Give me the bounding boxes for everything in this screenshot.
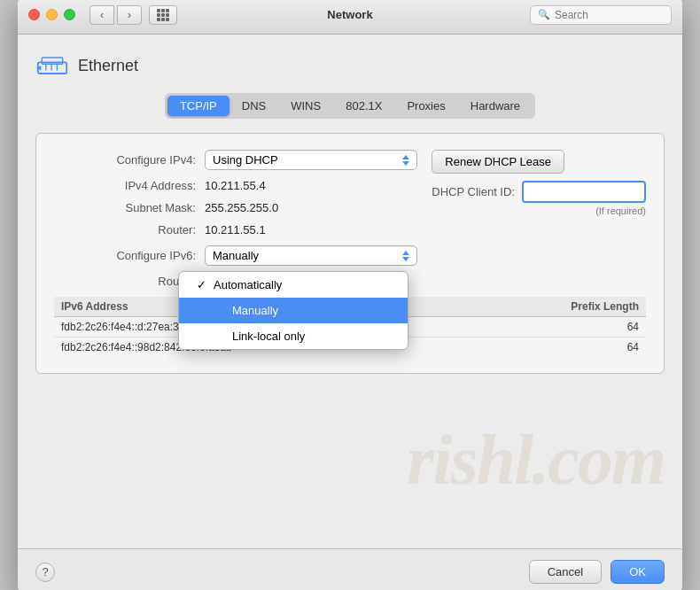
tab-proxies[interactable]: Proxies	[394, 96, 457, 116]
tabs: TCP/IP DNS WINS 802.1X Proxies Hardware	[165, 93, 535, 119]
prefix-length-header: Prefix Length	[464, 297, 646, 317]
titlebar: ‹ › Network 🔍	[18, 0, 682, 35]
dhcp-client-row: DHCP Client ID:	[432, 181, 646, 203]
forward-button[interactable]: ›	[117, 5, 142, 25]
ipv4-address-value: 10.211.55.4	[205, 179, 266, 192]
configure-ipv4-label: Configure IPv4:	[54, 153, 196, 167]
tab-tcpip[interactable]: TCP/IP	[167, 96, 229, 116]
close-button[interactable]	[28, 9, 40, 20]
menu-item-automatically[interactable]: Automatically	[179, 272, 408, 298]
grid-view-button[interactable]	[149, 5, 177, 25]
menu-item-linklocal[interactable]: Link-local only	[179, 323, 408, 349]
minimize-button[interactable]	[46, 9, 58, 20]
grid-icon	[157, 9, 169, 21]
tab-dns[interactable]: DNS	[229, 96, 278, 116]
settings-panel: Renew DHCP Lease DHCP Client ID: (If req…	[35, 133, 665, 374]
subnet-mask-label: Subnet Mask:	[54, 201, 196, 214]
ethernet-icon	[35, 49, 69, 82]
router-value: 10.211.55.1	[205, 223, 266, 237]
dhcp-client-input[interactable]	[522, 181, 646, 203]
svg-marker-5	[36, 66, 41, 70]
router-label: Router:	[54, 223, 196, 237]
dropdown-arrows-ipv6-icon	[402, 251, 409, 261]
pane-title: Ethernet	[78, 57, 138, 75]
bottom-bar: ? Cancel OK	[18, 548, 682, 590]
configure-ipv4-dropdown[interactable]: Using DHCP	[205, 150, 417, 170]
content-area: rishl.com Ethernet TCP/IP DNS WINS	[18, 35, 682, 548]
dropdown-arrows-icon	[402, 155, 409, 166]
configure-ipv6-dropdown[interactable]: Manually	[205, 245, 417, 266]
window-title: Network	[327, 8, 372, 21]
prefix-length-cell-1: 64	[464, 317, 646, 338]
back-button[interactable]: ‹	[89, 5, 114, 25]
maximize-button[interactable]	[64, 9, 75, 20]
router-ipv6-label: Router:	[54, 275, 196, 288]
nav-buttons: ‹ ›	[89, 5, 142, 25]
dhcp-client-label: DHCP Client ID:	[432, 185, 515, 198]
traffic-lights	[28, 9, 75, 20]
ethernet-svg	[36, 53, 68, 78]
prefix-length-cell-2: 64	[464, 338, 646, 358]
help-button[interactable]: ?	[35, 563, 55, 582]
search-input[interactable]	[555, 9, 664, 21]
search-icon: 🔍	[538, 9, 550, 20]
router-row: Router: 10.211.55.1	[54, 223, 646, 237]
configure-ipv6-value: Manually	[213, 249, 259, 262]
ok-button[interactable]: OK	[611, 560, 665, 584]
subnet-mask-value: 255.255.255.0	[205, 201, 278, 214]
tab-8021x[interactable]: 802.1X	[333, 96, 394, 116]
watermark: rishl.com	[407, 424, 665, 495]
renew-dhcp-button[interactable]: Renew DHCP Lease	[432, 150, 564, 174]
tab-hardware[interactable]: Hardware	[458, 96, 533, 116]
configure-ipv6-label: Configure IPv6:	[54, 249, 196, 262]
tab-wins[interactable]: WINS	[278, 96, 333, 116]
ipv4-address-label: IPv4 Address:	[54, 179, 196, 192]
menu-item-manually[interactable]: Manually	[179, 298, 408, 323]
ipv6-dropdown-menu: Automatically Manually Link-local only	[178, 271, 408, 350]
main-window: ‹ › Network 🔍 rishl.com	[18, 0, 682, 590]
pane-header: Ethernet	[35, 49, 665, 82]
if-required-text: (If required)	[432, 206, 646, 216]
right-section: Renew DHCP Lease DHCP Client ID: (If req…	[432, 150, 646, 216]
configure-ipv4-value: Using DHCP	[213, 153, 278, 167]
action-buttons: Cancel OK	[529, 560, 665, 584]
search-bar[interactable]: 🔍	[530, 5, 672, 25]
cancel-button[interactable]: Cancel	[529, 560, 602, 584]
configure-ipv6-row: Configure IPv6: Manually	[54, 245, 646, 266]
